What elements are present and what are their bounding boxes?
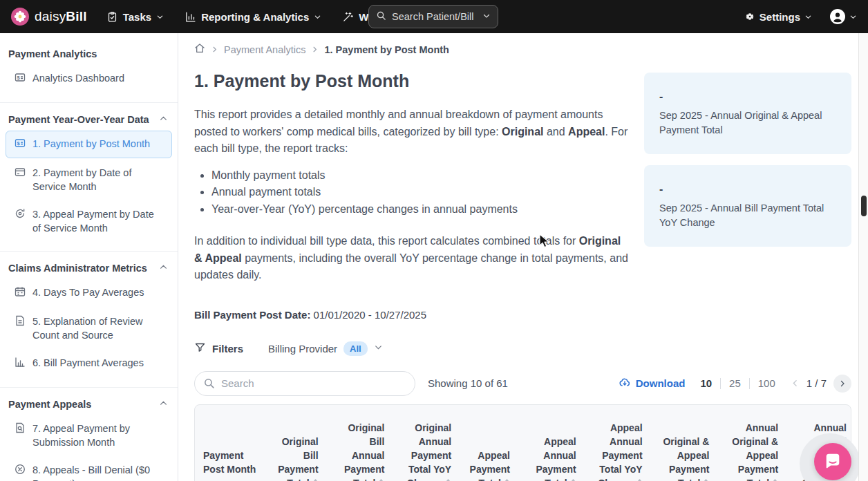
sidebar-section-payment-year-over-year-data: Payment Year-Over-Year Data$1. Payment b… [0, 103, 178, 252]
vertical-scrollbar[interactable] [858, 33, 868, 481]
top-navbar: daisyBill Tasks Reporting & Analytics Wi… [0, 0, 868, 33]
nav-reporting-analytics[interactable]: Reporting & Analytics [185, 11, 321, 23]
column-header-appeal-payment-total[interactable]: Appeal Payment Total [455, 449, 514, 481]
column-header-payment-post-month[interactable]: Payment Post Month [203, 449, 270, 481]
column-header-original-bill-payment-total[interactable]: Original Bill Payment Total [270, 435, 323, 481]
chevron-down-icon [156, 13, 164, 21]
column-label: Original Annual Payment Total YoY Change [407, 422, 451, 481]
sidebar-item-analytics-dashboard[interactable]: $Analytics Dashboard [6, 65, 172, 93]
sidebar-item-5-explanation-of-review-count-and-source[interactable]: 5. Explanation of Review Count and Sourc… [6, 308, 172, 348]
section-title: Claims Administrator Metrics [8, 263, 147, 274]
download-label: Download [636, 377, 686, 389]
column-header-appeal-annual-payment-total-yoy-change[interactable]: Appeal Annual Payment Total YoY Change [581, 421, 647, 481]
chevron-down-icon [374, 342, 383, 355]
column-header-annual-original-appeal-payment-total[interactable]: Annual Original & Appeal Payment Total [713, 421, 782, 481]
chat-bubble-icon [824, 452, 842, 472]
user-menu[interactable] [830, 9, 857, 24]
sort-icon [445, 477, 451, 481]
chevron-up-icon [159, 399, 168, 410]
patient-bill-search[interactable]: Search Patient/Bill [368, 5, 498, 28]
divider [749, 378, 750, 389]
list-item: Year-over-Year (YoY) percentage changes … [211, 201, 628, 218]
sidebar-section-payment-appeals: Payment Appeals7. Appeal Payment by Subm… [0, 388, 178, 481]
chevron-right-icon [211, 44, 218, 55]
sidebar-item-label: 5. Explanation of Review Count and Sourc… [32, 314, 163, 342]
chevron-down-icon [482, 10, 491, 23]
page-size-10[interactable]: 10 [700, 377, 712, 389]
column-label: Original & Appeal Payment Total [663, 436, 709, 481]
column-label: Annual Original & Appeal Payment Total [732, 422, 778, 481]
table-search [194, 371, 415, 396]
sidebar-item-3-appeal-payment-by-date-of-service-month[interactable]: 3. Appeal Payment by Date of Service Mon… [6, 201, 172, 241]
scrollbar-thumb[interactable] [861, 196, 867, 216]
search-input[interactable] [194, 371, 415, 396]
column-label: Payment Post Month [203, 450, 256, 475]
sidebar-section-payment-analytics: Payment Analytics$Analytics Dashboard [0, 37, 178, 103]
sort-icon [772, 477, 778, 481]
chevron-down-icon [314, 13, 321, 21]
document-icon [15, 315, 26, 330]
download-button[interactable]: Download [619, 376, 686, 390]
daisybill-logo[interactable]: daisyBill [11, 8, 87, 26]
sidebar-item-2-payment-by-date-of-service-month[interactable]: 2. Payment by Date of Service Month [6, 160, 172, 200]
sort-icon [504, 477, 510, 481]
sidebar-section-header-payment-analytics: Payment Analytics [0, 44, 178, 64]
funnel-icon [194, 341, 206, 355]
breadcrumb-payment-analytics[interactable]: Payment Analytics [224, 44, 305, 55]
user-avatar-icon [830, 9, 845, 24]
document-search-icon [15, 422, 26, 437]
next-page-button[interactable] [833, 375, 851, 393]
sidebar-section-header-payment-year-over-year-data[interactable]: Payment Year-Over-Year Data [0, 110, 178, 129]
billing-provider-filter[interactable]: Billing Provider All [268, 341, 383, 356]
column-header-original-annual-payment-total-yoy-change[interactable]: Original Annual Payment Total YoY Change [388, 421, 455, 481]
search-icon [376, 10, 386, 23]
filters-button[interactable]: Filters [194, 341, 243, 355]
column-label: Appeal Annual Payment Total YoY Change [598, 422, 642, 481]
report-description: This report provides a detailed monthly … [194, 106, 628, 321]
sidebar-item-7-appeal-payment-by-submission-month[interactable]: 7. Appeal Payment by Submission Month [6, 415, 172, 455]
home-icon[interactable] [194, 43, 205, 56]
page-size-25[interactable]: 25 [729, 377, 741, 389]
nav-tasks[interactable]: Tasks [106, 11, 164, 23]
previous-page-button[interactable] [791, 379, 800, 388]
sidebar-item-4-days-to-pay-averages[interactable]: 4. Days To Pay Averages [6, 279, 172, 307]
bill-payment-post-date: Bill Payment Post Date: 01/01/2020 - 10/… [194, 309, 628, 321]
chart-box-icon [185, 11, 196, 23]
sidebar-item-8-appeals-bill-denial-0-payment[interactable]: 8. Appeals - Bill Denial ($0 Payment) [6, 457, 172, 481]
column-header-appeal-annual-payment-total[interactable]: Appeal Annual Payment Total [514, 435, 581, 481]
refresh-payment-icon [15, 208, 26, 223]
tracked-metrics-list: Monthly payment totals Annual payment to… [211, 167, 628, 218]
showing-count: Showing 10 of 61 [428, 377, 508, 389]
chevron-up-icon [159, 114, 168, 125]
sidebar-item-6-bill-payment-averages[interactable]: 6. Bill Payment Averages [6, 350, 172, 377]
pagination: 1 / 7 [791, 375, 851, 393]
page-size-selector: 10 25 100 [700, 377, 775, 389]
sidebar-item-1-payment-by-post-month[interactable]: $1. Payment by Post Month [6, 131, 172, 158]
nav-settings[interactable]: Settings [744, 11, 812, 23]
page-size-100[interactable]: 100 [758, 377, 775, 389]
list-item: Monthly payment totals [211, 167, 628, 185]
chevron-up-icon [159, 263, 168, 274]
sort-icon [312, 477, 319, 481]
table-toolbar: Showing 10 of 61 Download 10 25 100 1 / … [194, 371, 851, 396]
column-header-original-appeal-payment-total[interactable]: Original & Appeal Payment Total [647, 435, 714, 481]
app-root: daisyBill Tasks Reporting & Analytics Wi… [0, 0, 868, 481]
gear-icon [744, 11, 755, 22]
sidebar: Payment Analytics$Analytics DashboardPay… [0, 33, 178, 481]
billing-provider-value-badge: All [343, 341, 368, 356]
column-header-original-bill-annual-payment-total[interactable]: Original Bill Annual Payment Total [323, 421, 389, 481]
calendar-icon [15, 286, 26, 301]
breadcrumb: Payment Analytics 1. Payment by Post Mon… [194, 43, 868, 56]
chat-launcher-button[interactable] [814, 443, 851, 480]
chevron-right-icon [311, 44, 319, 55]
nav-search-placeholder: Search Patient/Bill [392, 11, 477, 22]
billing-card-icon: $ [15, 138, 26, 152]
sidebar-section-header-payment-appeals[interactable]: Payment Appeals [0, 395, 178, 414]
logo-text: daisyBill [35, 9, 87, 24]
column-label: Original Bill Payment Total [278, 436, 318, 481]
column-label: Appeal Annual Payment Total [536, 436, 576, 481]
billing-provider-label: Billing Provider [268, 343, 337, 355]
stat-card: - Sep 2025 - Annual Original & Appeal Pa… [644, 73, 851, 154]
sort-icon [703, 477, 709, 481]
sidebar-section-header-claims-administrator-metrics[interactable]: Claims Administrator Metrics [0, 258, 178, 278]
